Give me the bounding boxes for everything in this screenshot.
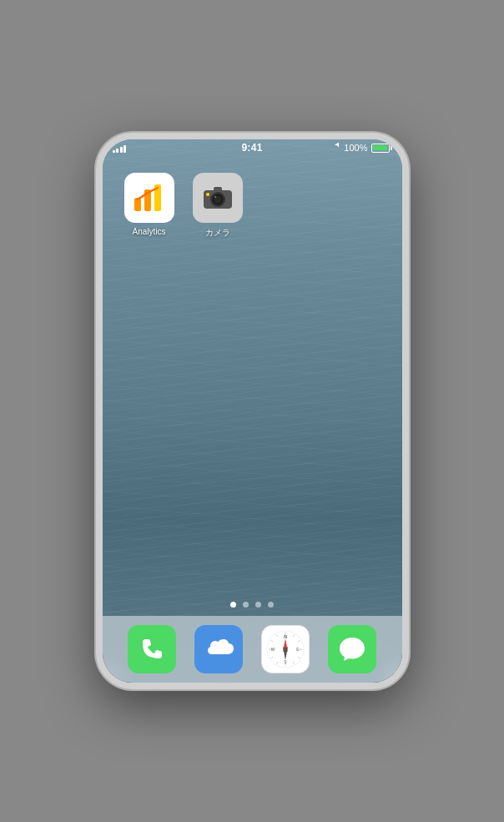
dock-phone[interactable]: [128, 625, 176, 673]
svg-point-7: [214, 196, 216, 198]
dock-messages[interactable]: [328, 625, 376, 673]
camera-label: カメラ: [205, 227, 230, 239]
messages-dock-icon: [328, 625, 376, 673]
signal-bars: [113, 143, 127, 153]
battery-icon: [371, 144, 392, 153]
signal-bar-2: [116, 149, 118, 153]
battery-text: 100%: [344, 143, 367, 153]
app-analytics[interactable]: Analytics: [119, 173, 179, 239]
home-grid: Analytics: [103, 164, 402, 247]
analytics-label: Analytics: [133, 227, 166, 236]
status-time: 9:41: [241, 142, 262, 154]
dock-icloud[interactable]: [194, 625, 243, 673]
app-camera[interactable]: カメラ: [188, 173, 248, 239]
svg-text:W: W: [271, 647, 275, 652]
dock: N S E W: [103, 616, 402, 683]
dock-safari[interactable]: N S E W: [261, 625, 310, 673]
page-dot-1[interactable]: [230, 602, 236, 608]
svg-text:N: N: [284, 634, 287, 639]
safari-dock-icon: N S E W: [261, 625, 310, 673]
analytics-icon: [124, 173, 174, 223]
svg-rect-8: [214, 187, 222, 192]
status-right: 100%: [332, 142, 391, 154]
camera-icon: [193, 173, 243, 223]
svg-point-22: [284, 648, 287, 651]
phone-frame: 9:41 100%: [96, 133, 409, 689]
svg-point-9: [206, 193, 209, 196]
phone-dock-icon: [128, 625, 176, 673]
signal-bar-4: [123, 145, 126, 153]
page-dot-3[interactable]: [255, 602, 261, 608]
signal-bar-1: [113, 150, 115, 153]
page-dots: [103, 602, 402, 608]
status-bar: 9:41 100%: [103, 139, 402, 156]
icloud-dock-icon: [194, 625, 243, 673]
location-icon: [332, 142, 340, 154]
page-dot-2[interactable]: [243, 602, 249, 608]
signal-bar-3: [120, 147, 123, 153]
status-left: [113, 143, 127, 153]
page-dot-4[interactable]: [268, 602, 274, 608]
